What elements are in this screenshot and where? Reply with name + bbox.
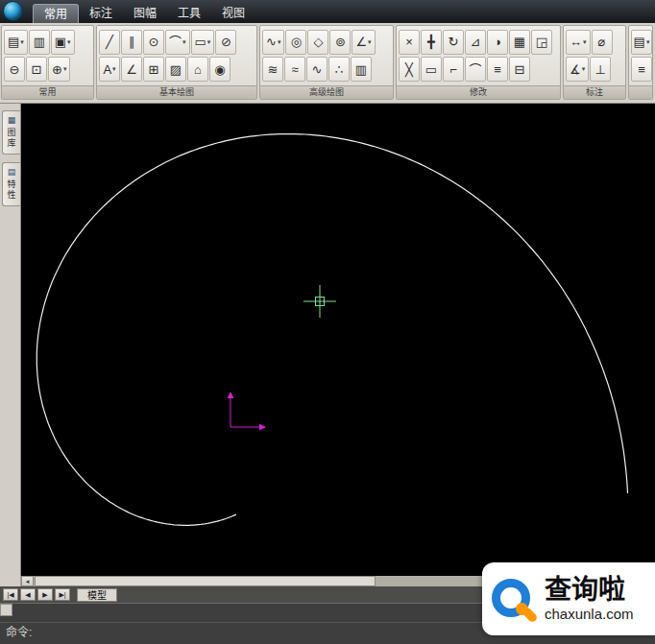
ribbon-button-1-1-5[interactable]: ◉ <box>209 57 230 82</box>
tool-icon: ∿ <box>266 36 277 48</box>
ribbon-button-1-0-2[interactable]: ⊙ <box>143 30 164 55</box>
spiral-curve[interactable] <box>36 134 627 526</box>
side-tab-0[interactable]: ▦图库 <box>2 110 20 155</box>
ribbon-button-4-0-1[interactable]: ⌀ <box>592 30 613 55</box>
ribbon-button-3-1-3[interactable]: ⌒ <box>465 57 486 82</box>
command-grip[interactable] <box>0 604 12 616</box>
scrollbar-thumb[interactable] <box>35 576 376 586</box>
ribbon-button-3-0-5[interactable]: ▦ <box>509 30 530 55</box>
ribbon-button-1-1-4[interactable]: ⌂ <box>187 57 208 82</box>
ribbon-button-4-1-1[interactable]: ⊥ <box>590 57 611 82</box>
ribbon-group-4: ↔▾⌀∡▾⊥标注 <box>563 25 626 100</box>
tool-icon: ▦ <box>514 36 525 48</box>
ribbon-button-3-0-0[interactable]: × <box>399 30 420 55</box>
ribbon-button-2-1-1[interactable]: ≈ <box>284 57 305 82</box>
ribbon-button-1-0-0[interactable]: ╱ <box>99 30 120 55</box>
ribbon-button-3-0-4[interactable]: ◑ <box>487 30 508 55</box>
tool-icon: ╋ <box>427 36 435 48</box>
ribbon-button-2-0-1[interactable]: ◎ <box>285 30 306 55</box>
tool-icon: ▣ <box>55 36 66 48</box>
ribbon-button-2-1-3[interactable]: ∴ <box>328 57 350 82</box>
ribbon-button-0-1-2[interactable]: ⊕▾ <box>48 57 70 82</box>
ribbon-group-caption: 标注 <box>564 85 625 99</box>
ribbon-button-3-1-0[interactable]: ╳ <box>399 57 420 82</box>
ribbon-button-4-1-0[interactable]: ∡▾ <box>566 57 589 82</box>
drawing-canvas[interactable] <box>21 104 655 576</box>
ribbon-toolbar: ▤▾▥▣▾⊖⊡⊕▾常用╱∥⊙⌒▾▭▾⊘A▾∠⊞▨⌂◉基本绘图∿▾◎◇⊚∠▾≋≈∿… <box>0 23 655 104</box>
ribbon-button-2-1-4[interactable]: ▥ <box>351 57 372 82</box>
layout-nav-button-0[interactable]: |◀ <box>3 588 18 601</box>
watermark-badge: 查询啦 chaxunla.com <box>482 562 655 635</box>
layout-nav-button-3[interactable]: ▶| <box>55 588 70 601</box>
tool-icon: ◲ <box>536 36 547 48</box>
tool-icon: ⊚ <box>335 36 346 48</box>
ribbon-row: ╱∥⊙⌒▾▭▾⊘ <box>99 30 255 55</box>
ribbon-button-1-1-2[interactable]: ⊞ <box>143 57 164 82</box>
model-tab[interactable]: 模型 <box>77 588 117 602</box>
layout-nav-button-2[interactable]: ▶ <box>37 588 53 601</box>
ribbon-button-1-0-3[interactable]: ⌒▾ <box>165 30 190 55</box>
tool-icon: ⊟ <box>515 63 525 76</box>
tool-icon: ╱ <box>106 36 113 48</box>
ribbon-rows: ╱∥⊙⌒▾▭▾⊘A▾∠⊞▨⌂◉ <box>97 26 256 85</box>
ribbon-button-0-0-0[interactable]: ▤▾ <box>4 30 28 55</box>
application-window: 常用标注图幅工具视图 ▤▾▥▣▾⊖⊡⊕▾常用╱∥⊙⌒▾▭▾⊘A▾∠⊞▨⌂◉基本绘… <box>0 0 655 644</box>
tool-icon: ◉ <box>214 63 225 76</box>
ribbon-button-3-1-1[interactable]: ▭ <box>421 57 442 82</box>
tool-icon: ⌒ <box>469 63 481 76</box>
tool-icon: ⌀ <box>598 36 606 48</box>
dropdown-arrow-icon: ▾ <box>182 38 186 46</box>
menu-tab-4[interactable]: 视图 <box>211 4 255 23</box>
ribbon-row: ↔▾⌀ <box>566 30 623 55</box>
crosshair-cursor <box>303 285 336 318</box>
palette-icon: ▤ <box>8 168 16 177</box>
dropdown-arrow-icon: ▾ <box>63 65 67 73</box>
ribbon-button-0-0-2[interactable]: ▣▾ <box>51 30 75 55</box>
ribbon-button-3-0-2[interactable]: ↻ <box>443 30 464 55</box>
side-tab-1[interactable]: ▤特性 <box>2 162 20 206</box>
tool-icon: ⊕ <box>52 63 62 76</box>
ribbon-rows: ×╋↻⊿◑▦◲╳▭⌐⌒≡⊟ <box>397 26 560 85</box>
menu-tab-0[interactable]: 常用 <box>33 4 79 23</box>
ribbon-button-3-0-1[interactable]: ╋ <box>421 30 442 55</box>
ribbon-button-1-1-3[interactable]: ▨ <box>165 57 186 82</box>
ribbon-button-2-0-0[interactable]: ∿▾ <box>262 30 284 55</box>
ribbon-button-1-1-0[interactable]: A▾ <box>99 57 120 82</box>
ribbon-button-4-0-0[interactable]: ↔▾ <box>566 30 591 55</box>
ribbon-button-2-1-2[interactable]: ∿ <box>306 57 328 82</box>
ribbon-button-0-0-1[interactable]: ▥ <box>29 30 50 55</box>
app-logo-icon[interactable] <box>3 1 23 21</box>
ribbon-row: ∿▾◎◇⊚∠▾ <box>262 30 391 55</box>
ribbon-button-5-0-0[interactable]: ▤▾ <box>631 30 652 55</box>
ribbon-button-2-1-0[interactable]: ≋ <box>262 57 283 82</box>
menu-tab-3[interactable]: 工具 <box>167 4 211 23</box>
ribbon-button-5-1-0[interactable]: ≡ <box>631 57 652 82</box>
ribbon-button-1-0-1[interactable]: ∥ <box>121 30 142 55</box>
tool-icon: ▤ <box>634 36 645 48</box>
ribbon-button-2-0-4[interactable]: ∠▾ <box>352 30 375 55</box>
ribbon-button-2-0-2[interactable]: ◇ <box>307 30 328 55</box>
command-prompt[interactable]: 命令: <box>6 623 32 639</box>
ribbon-button-1-0-4[interactable]: ▭▾ <box>191 30 215 55</box>
ribbon-button-3-1-4[interactable]: ≡ <box>487 57 508 82</box>
menu-tab-1[interactable]: 标注 <box>79 4 123 23</box>
tool-icon: ↔ <box>570 36 582 48</box>
ribbon-button-3-0-6[interactable]: ◲ <box>531 30 552 55</box>
ribbon-group-0: ▤▾▥▣▾⊖⊡⊕▾常用 <box>1 25 94 100</box>
ribbon-button-0-1-0[interactable]: ⊖ <box>4 57 25 82</box>
ribbon-button-3-1-5[interactable]: ⊟ <box>509 57 530 82</box>
ribbon-button-1-1-1[interactable]: ∠ <box>121 57 142 82</box>
scroll-left-icon[interactable]: ◂ <box>21 576 34 586</box>
ribbon-button-3-0-3[interactable]: ⊿ <box>465 30 486 55</box>
layout-nav-button-1[interactable]: ◀ <box>20 588 36 601</box>
layout-nav-buttons: |◀◀▶▶| <box>3 588 70 601</box>
ribbon-button-2-0-3[interactable]: ⊚ <box>329 30 351 55</box>
ribbon-button-0-1-1[interactable]: ⊡ <box>26 57 47 82</box>
ribbon-button-3-1-2[interactable]: ⌐ <box>443 57 464 82</box>
tool-icon: A <box>103 63 111 76</box>
tool-icon: ⊙ <box>149 36 159 48</box>
ribbon-button-1-0-5[interactable]: ⊘ <box>215 30 236 55</box>
ribbon-group-3: ×╋↻⊿◑▦◲╳▭⌐⌒≡⊟修改 <box>396 25 561 100</box>
tool-icon: ∴ <box>335 63 343 76</box>
menu-tab-2[interactable]: 图幅 <box>123 4 167 23</box>
